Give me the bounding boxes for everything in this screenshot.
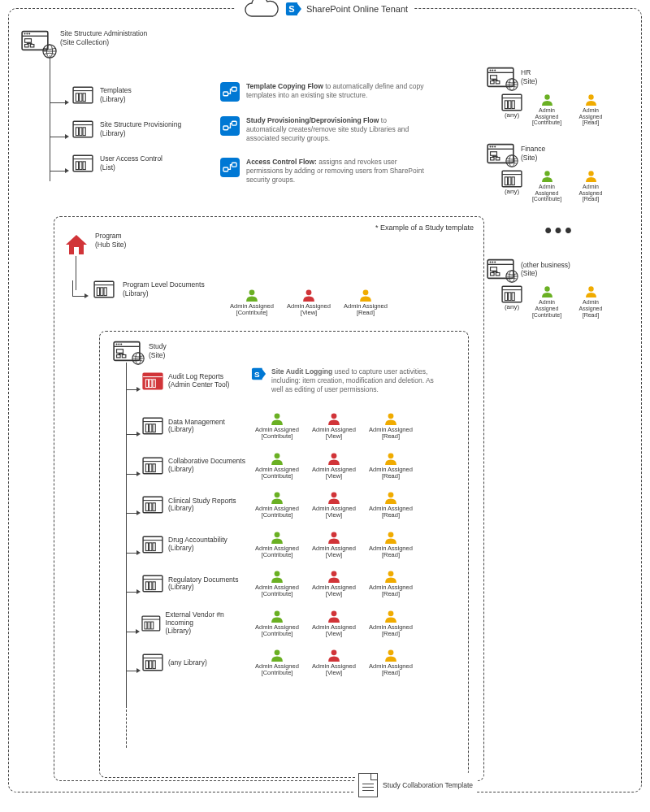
library-icon: [142, 457, 163, 475]
study-library-row: Collaborative Documents(Library) Admin A…: [108, 452, 460, 480]
flow-icon: [220, 116, 240, 136]
library-icon: [501, 93, 522, 111]
person-icon: [302, 289, 315, 302]
perm-view: Admin Assigned[View]: [311, 452, 357, 480]
site-other: (other business)(Site) (any) Admin Assig…: [487, 258, 633, 318]
perm-view: Admin Assigned[View]: [311, 491, 357, 519]
perm-view: Admin Assigned[View]: [311, 531, 357, 559]
person-icon: [541, 285, 553, 297]
perm-contribute: Admin Assigned[Contribute]: [254, 412, 300, 441]
program-perms: Admin Assigned[Contribute] Admin Assigne…: [229, 289, 388, 317]
globe-icon: [505, 78, 518, 91]
person-icon: [359, 289, 372, 302]
perm-view: Admin Assigned[View]: [311, 412, 357, 441]
library-icon: [142, 654, 163, 671]
admin-site: Site Structure Administration (Site Coll…: [21, 29, 147, 55]
person-icon: [585, 170, 597, 182]
study-library-row: Data Management(Library) Admin Assigned[…: [108, 412, 460, 441]
perm-contribute: Admin Assigned[Contribute]: [527, 93, 566, 126]
library-icon: [501, 285, 522, 303]
program-docs: Program Level Documents(Library): [72, 280, 205, 298]
study-head: Study(Site): [108, 340, 460, 363]
perm-read: Admin Assigned[Read]: [368, 491, 414, 519]
tenant-header: S SharePoint Online Tenant: [236, 0, 414, 21]
perm-read: Admin Assigned[Read]: [368, 610, 414, 638]
child-templates: Templates(Library): [50, 86, 181, 104]
study-library-row: Drug Accountability(Library) Admin Assig…: [108, 531, 460, 559]
library-icon: [501, 170, 522, 188]
person-icon: [585, 93, 597, 106]
tenant-container: S SharePoint Online Tenant Site Structur…: [8, 8, 642, 792]
business-sites: HR(Site) (any) Admin Assigned[Contribute…: [487, 66, 633, 318]
flow-icon: [220, 158, 240, 177]
flow-access-control: Access Control Flow: assigns and revokes…: [220, 158, 425, 185]
library-icon: [141, 614, 161, 632]
template-label: Study Collaboration Template: [355, 773, 476, 797]
perm-view: Admin Assigned[View]: [311, 610, 357, 638]
audit-tool-icon: [142, 372, 163, 390]
child-provisioning: Site Structure Provisioning(Library): [50, 120, 181, 138]
program-box: * Example of a Study template Program(Hu…: [54, 216, 484, 781]
library-icon: [142, 417, 163, 435]
program-head: Program(Hub Site): [64, 232, 126, 254]
perm-view: Admin Assigned[View]: [311, 570, 357, 598]
globe-icon: [132, 352, 145, 365]
admin-label: Site Structure Administration (Site Coll…: [60, 29, 147, 55]
perm-read: Admin Assigned[Read]: [571, 93, 610, 126]
globe-icon: [505, 270, 518, 283]
perm-read: Admin Assigned[Read]: [368, 452, 414, 480]
perm-contribute: Admin Assigned[Contribute]: [254, 491, 300, 519]
person-icon: [245, 289, 258, 302]
perm-contribute: Admin Assigned[Contribute]: [254, 649, 300, 677]
tenant-title: SharePoint Online Tenant: [306, 4, 408, 14]
study-library-row: External Vendor #n Incoming(Library) Adm…: [108, 610, 460, 638]
library-icon: [142, 536, 163, 554]
study-library-row: (any Library) Admin Assigned[Contribute]…: [108, 649, 460, 677]
globe-icon: [505, 154, 518, 167]
perm-read: Admin Assigned[Read]: [368, 649, 414, 677]
person-icon: [541, 93, 553, 106]
house-icon: [64, 232, 89, 254]
study-library-row: Clinical Study Reports(Library) Admin As…: [108, 491, 460, 519]
perm-read: Admin Assigned[Read]: [368, 412, 414, 441]
sharepoint-logo-icon: S: [252, 368, 266, 380]
perm-contribute: Admin Assigned[Contribute]: [254, 610, 300, 638]
flow-icon: [220, 82, 240, 102]
perm-view: Admin Assigned[View]: [311, 649, 357, 677]
person-icon: [585, 285, 597, 297]
study-box: Study(Site) Audit Log Reports(Admin Cent…: [99, 331, 469, 778]
admin-children: Templates(Library) Site Structure Provis…: [50, 86, 181, 172]
ellipsis: •••: [487, 219, 633, 241]
study-library-row: Regulatory Documents(Library) Admin Assi…: [108, 570, 460, 598]
perm-contribute: Admin Assigned[Contribute]: [254, 452, 300, 480]
perm-contribute: Admin Assigned[Contribute]: [254, 570, 300, 598]
list-icon: [72, 154, 93, 172]
sharepoint-logo-icon: S: [286, 2, 301, 15]
library-icon: [142, 496, 163, 514]
document-icon: [358, 773, 378, 797]
example-note: * Example of a Study template: [375, 224, 474, 232]
site-finance: Finance(Site) (any) Admin Assigned[Contr…: [487, 142, 633, 202]
flow-template-copying: Template Copying Flow to automatically d…: [220, 82, 425, 102]
site-hr: HR(Site) (any) Admin Assigned[Contribute…: [487, 66, 633, 126]
library-icon: [142, 575, 163, 593]
flow-study-provisioning: Study Provisioning/Deprovisioning Flow t…: [220, 116, 425, 143]
perm-read: Admin Assigned[Read]: [368, 570, 414, 598]
child-access: User Access Control(List): [50, 154, 181, 172]
cloud-icon: [242, 0, 281, 21]
library-icon: [72, 86, 93, 104]
person-icon: [541, 170, 553, 182]
flows: Template Copying Flow to automatically d…: [220, 82, 425, 185]
perm-read: Admin Assigned[Read]: [368, 531, 414, 559]
audit-desc: S Site Audit Logging used to capture use…: [251, 367, 446, 394]
study-audit: Audit Log Reports(Admin Center Tool) S S…: [108, 367, 460, 394]
library-icon: [72, 120, 93, 138]
perm-contribute: Admin Assigned[Contribute]: [254, 531, 300, 559]
library-icon: [93, 280, 115, 298]
